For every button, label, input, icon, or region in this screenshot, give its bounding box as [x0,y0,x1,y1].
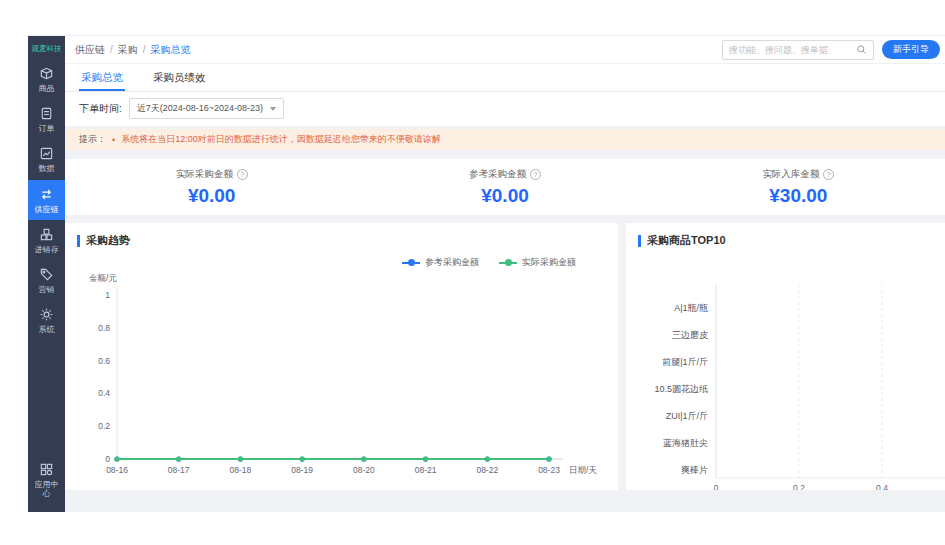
newbie-guide-button[interactable]: 新手引导 [882,40,940,59]
svg-text:08-19: 08-19 [291,465,313,475]
sidebar-item-label: 供应链 [35,205,59,214]
date-range-select[interactable]: 近7天(2024-08-16~2024-08-23) [129,98,284,119]
svg-text:10.5圆花边纸: 10.5圆花边纸 [654,384,708,394]
sidebar-item-label: 应用中心 [32,480,62,498]
charts-row: 采购趋势 参考采购金额 实际采购金额 金额/元00.20.40.60.8108-… [65,223,945,512]
svg-text:0: 0 [714,483,719,490]
purchase-trend-chart: 金额/元00.20.40.60.8108-1608-1708-1808-1908… [65,269,618,490]
sidebar-item-label: 营销 [39,285,55,294]
supply-chain-swap-icon [39,187,54,202]
help-icon[interactable]: ? [237,169,248,180]
data-chart-icon [39,146,54,161]
breadcrumb-current: 采购总览 [151,43,191,57]
help-icon[interactable]: ? [530,169,541,180]
sidebar-item-data[interactable]: 数据 [28,139,65,179]
app-center-grid-icon [39,462,54,477]
sidebar-item-orders[interactable]: 订单 [28,99,65,139]
main-area: 供应链 / 采购 / 采购总览 新手引导 采购总览 采购员绩效 [65,36,945,512]
svg-text:0.2: 0.2 [793,483,805,490]
svg-text:08-16: 08-16 [106,465,128,475]
breadcrumb: 供应链 / 采购 / 采购总览 [75,43,191,57]
search-input[interactable] [729,45,852,55]
stat-label: 参考采购金额 [469,168,526,181]
svg-text:1: 1 [105,290,110,300]
notice-prefix: 提示： [79,133,106,146]
svg-text:0.4: 0.4 [876,483,888,490]
chart-legend: 参考采购金额 实际采购金额 [65,256,618,269]
sidebar-item-inventory[interactable]: 进销存 [28,220,65,260]
screen: 观麦科技 商品 订单 数据 [0,0,945,545]
stat-value: ¥30.00 [769,185,827,207]
svg-text:前腿|1斤/斤: 前腿|1斤/斤 [662,357,708,367]
panel-title: 采购商品TOP10 [626,223,945,250]
global-search [722,40,874,60]
tab-procurement-overview[interactable]: 采购总览 [79,64,125,91]
svg-text:日期/天: 日期/天 [569,465,597,475]
svg-text:0: 0 [105,454,110,464]
svg-text:0.4: 0.4 [98,388,110,398]
svg-text:08-21: 08-21 [415,465,437,475]
panel-title-text: 采购商品TOP10 [647,233,726,248]
panel-title-text: 采购趋势 [86,233,130,248]
svg-text:0.6: 0.6 [98,356,110,366]
notice-bar: 提示： • 系统将在当日12:00对前日的数据进行统计，因数据延迟给您带来的不便… [65,129,945,150]
sidebar-item-marketing[interactable]: 营销 [28,260,65,300]
chevron-down-icon [270,107,276,111]
legend-label: 实际采购金额 [522,256,576,269]
svg-text:爽棒片: 爽棒片 [681,465,708,475]
svg-text:08-22: 08-22 [476,465,498,475]
svg-text:A|1瓶/瓶: A|1瓶/瓶 [674,303,708,313]
breadcrumb-item-procurement[interactable]: 采购 [118,43,138,57]
title-accent-bar [638,235,641,247]
search-icon[interactable] [856,44,867,55]
order-time-label: 下单时间: [79,102,122,116]
sidebar-item-label: 订单 [39,124,55,133]
stat-value: ¥0.00 [481,185,529,207]
filter-row: 下单时间: 近7天(2024-08-16~2024-08-23) [65,92,945,126]
legend-line-dot-icon [499,262,517,264]
sidebar-item-label: 数据 [39,164,55,173]
sidebar-item-app-center[interactable]: 应用中心 [28,455,65,504]
svg-text:蓝海猪肚尖: 蓝海猪肚尖 [663,438,708,448]
stat-value: ¥0.00 [188,185,236,207]
app-window: 观麦科技 商品 订单 数据 [28,35,945,512]
legend-item-actual[interactable]: 实际采购金额 [499,256,576,269]
sidebar-item-label: 系统 [39,325,55,334]
sidebar: 观麦科技 商品 订单 数据 [28,36,65,512]
title-accent-bar [77,235,80,247]
sidebar-item-supply-chain[interactable]: 供应链 [28,180,65,220]
inventory-boxes-icon [39,227,54,242]
legend-item-reference[interactable]: 参考采购金额 [402,256,479,269]
stat-actual-purchase: 实际采购金额 ? ¥0.00 [65,168,358,207]
sidebar-item-system[interactable]: 系统 [28,300,65,340]
svg-text:ZUI|1斤/斤: ZUI|1斤/斤 [666,411,708,421]
breadcrumb-separator: / [110,44,113,55]
top10-chart: 00.20.4A|1瓶/瓶三边磨皮前腿|1斤/斤10.5圆花边纸ZUI|1斤/斤… [626,260,945,490]
notice-bullet: • [112,135,115,145]
svg-text:08-18: 08-18 [230,465,252,475]
system-gear-icon [39,307,54,322]
help-icon[interactable]: ? [823,169,834,180]
top-bar: 供应链 / 采购 / 采购总览 新手引导 [65,36,945,64]
legend-line-dot-icon [402,262,420,264]
sidebar-item-label: 商品 [39,84,55,93]
stats-card: 实际采购金额 ? ¥0.00 参考采购金额 ? ¥0.00 实际入库金额 ? [65,159,945,215]
svg-text:金额/元: 金额/元 [89,273,117,283]
legend-label: 参考采购金额 [425,256,479,269]
sidebar-item-products[interactable]: 商品 [28,59,65,99]
svg-text:08-23: 08-23 [538,465,560,475]
tab-buyer-performance[interactable]: 采购员绩效 [151,64,208,91]
svg-text:08-17: 08-17 [168,465,190,475]
stat-reference-purchase: 参考采购金额 ? ¥0.00 [358,168,651,207]
brand-logo: 观麦科技 [31,36,63,59]
stat-label: 实际入库金额 [762,168,819,181]
panel-title: 采购趋势 [65,223,618,250]
svg-text:0.2: 0.2 [98,421,110,431]
tab-bar: 采购总览 采购员绩效 [65,64,945,92]
stat-actual-inbound: 实际入库金额 ? ¥30.00 [652,168,945,207]
breadcrumb-item-supply-chain[interactable]: 供应链 [75,43,105,57]
orders-document-icon [39,106,54,121]
svg-text:08-20: 08-20 [353,465,375,475]
top10-panel: 采购商品TOP10 00.20.4A|1瓶/瓶三边磨皮前腿|1斤/斤10.5圆花… [626,223,945,490]
stat-label: 实际采购金额 [176,168,233,181]
